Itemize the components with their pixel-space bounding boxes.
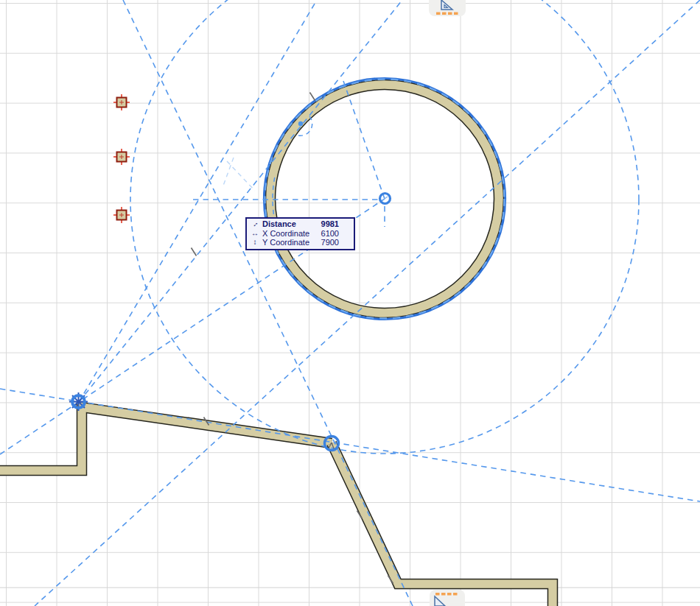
tracker-row-x: ↔ X Coordinate 6100: [249, 229, 350, 239]
y-axis-arrow-icon: ↕: [249, 238, 261, 247]
coordinate-tracker-tooltip: ↔ Distance 9981 ↔ X Coordinate 6100 ↕ Y …: [245, 217, 355, 250]
tracker-row-distance: ↔ Distance 9981: [249, 219, 350, 229]
guide-tab-top[interactable]: [429, 0, 466, 16]
tracker-row-y: ↕ Y Coordinate 7900: [249, 238, 350, 247]
drawing-canvas[interactable]: ↔ Distance 9981 ↔ X Coordinate 6100 ↕ Y …: [0, 0, 700, 606]
guide-tab-bottom[interactable]: [430, 590, 465, 606]
edit-point-dot[interactable]: [298, 121, 303, 126]
floor-plan-drawing: [0, 0, 700, 606]
